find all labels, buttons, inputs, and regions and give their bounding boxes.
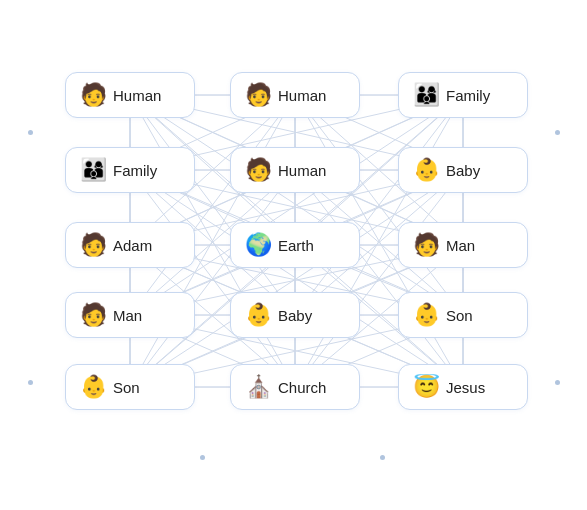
svg-line-67 <box>295 170 463 387</box>
svg-line-21 <box>130 95 295 315</box>
node-jesus[interactable]: 😇Jesus <box>398 364 528 410</box>
node-label: Baby <box>278 307 312 324</box>
node-label: Earth <box>278 237 314 254</box>
node-label: Son <box>113 379 140 396</box>
decoration-dot <box>380 455 385 460</box>
decoration-dot <box>555 130 560 135</box>
node-emoji: ⛪ <box>245 376 272 398</box>
node-emoji: 🧑 <box>245 159 272 181</box>
node-emoji: 👨‍👩‍👦 <box>413 84 440 106</box>
node-human[interactable]: 🧑Human <box>65 72 195 118</box>
svg-line-57 <box>130 170 295 387</box>
decoration-dot <box>28 130 33 135</box>
node-emoji: 👨‍👩‍👦 <box>80 159 107 181</box>
node-emoji: 👶 <box>413 159 440 181</box>
node-emoji: 😇 <box>413 376 440 398</box>
node-label: Man <box>113 307 142 324</box>
node-emoji: 🧑 <box>245 84 272 106</box>
node-family[interactable]: 👨‍👩‍👦Family <box>65 147 195 193</box>
node-label: Son <box>446 307 473 324</box>
node-son[interactable]: 👶Son <box>398 292 528 338</box>
svg-line-9 <box>130 95 295 315</box>
node-label: Adam <box>113 237 152 254</box>
node-church[interactable]: ⛪Church <box>230 364 360 410</box>
svg-line-33 <box>130 95 463 315</box>
decoration-dot <box>28 380 33 385</box>
node-earth[interactable]: 🌍Earth <box>230 222 360 268</box>
node-emoji: 👶 <box>80 376 107 398</box>
node-emoji: 🧑 <box>80 304 107 326</box>
node-label: Church <box>278 379 326 396</box>
node-label: Human <box>278 87 326 104</box>
node-human[interactable]: 🧑Human <box>230 72 360 118</box>
node-baby[interactable]: 👶Baby <box>230 292 360 338</box>
node-label: Family <box>113 162 157 179</box>
svg-line-49 <box>130 170 463 387</box>
decoration-dot <box>555 380 560 385</box>
node-emoji: 🧑 <box>80 234 107 256</box>
node-son[interactable]: 👶Son <box>65 364 195 410</box>
graph-canvas: 🧑Human🧑Human👨‍👩‍👦Family👨‍👩‍👦Family🧑Human… <box>0 0 587 510</box>
svg-line-48 <box>130 170 295 387</box>
node-emoji: 🧑 <box>80 84 107 106</box>
node-man[interactable]: 🧑Man <box>65 292 195 338</box>
svg-line-66 <box>130 170 463 387</box>
node-label: Family <box>446 87 490 104</box>
node-human[interactable]: 🧑Human <box>230 147 360 193</box>
node-label: Baby <box>446 162 480 179</box>
node-label: Human <box>113 87 161 104</box>
node-emoji: 👶 <box>413 304 440 326</box>
node-emoji: 🌍 <box>245 234 272 256</box>
node-adam[interactable]: 🧑Adam <box>65 222 195 268</box>
node-man[interactable]: 🧑Man <box>398 222 528 268</box>
svg-line-34 <box>295 95 463 315</box>
node-label: Man <box>446 237 475 254</box>
node-label: Jesus <box>446 379 485 396</box>
svg-line-59 <box>295 170 463 387</box>
node-emoji: 🧑 <box>413 234 440 256</box>
node-family[interactable]: 👨‍👩‍👦Family <box>398 72 528 118</box>
svg-line-10 <box>130 95 463 315</box>
decoration-dot <box>200 455 205 460</box>
node-baby[interactable]: 👶Baby <box>398 147 528 193</box>
node-label: Human <box>278 162 326 179</box>
node-emoji: 👶 <box>245 304 272 326</box>
svg-line-23 <box>295 95 463 315</box>
